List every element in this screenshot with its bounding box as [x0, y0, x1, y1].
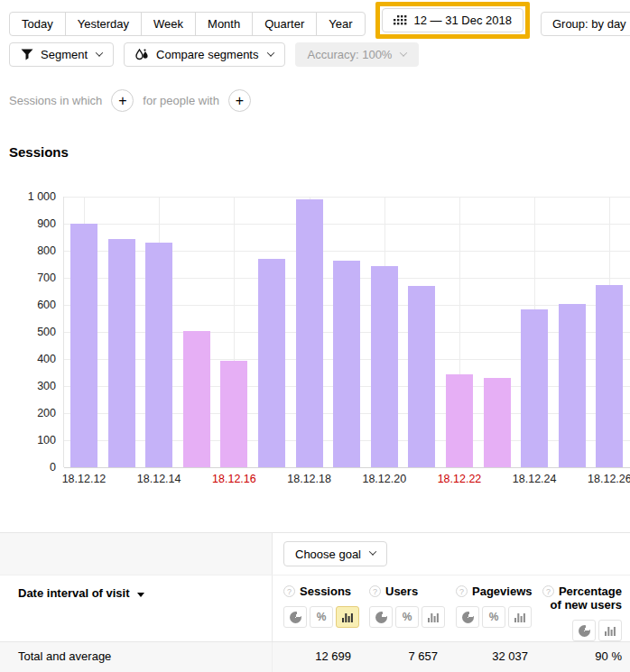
chevron-down-icon	[400, 49, 407, 56]
metric-column-percentage-of-new-users: ?Percentage of new users	[535, 575, 629, 641]
chevron-down-icon	[96, 49, 103, 56]
compare-drops-icon	[135, 49, 149, 61]
period-tab-month[interactable]: Month	[195, 12, 253, 36]
filter-funnel-icon	[21, 49, 33, 60]
help-icon[interactable]: ?	[369, 585, 381, 597]
chart-bar-18.12.17[interactable]	[258, 259, 285, 467]
accuracy-button[interactable]: Accuracy: 100%	[295, 42, 420, 67]
period-tab-group: TodayYesterdayWeekMonthQuarterYear	[9, 12, 366, 36]
chart-bar-18.12.13[interactable]	[108, 239, 135, 468]
chart-bar-18.12.18[interactable]	[296, 199, 323, 467]
total-values: 12 6997 65732 03790 %	[273, 642, 630, 672]
chart-title: Sessions	[9, 144, 69, 160]
toolbar-segments: Segment Compare segments Accuracy: 100%	[9, 42, 419, 67]
metric-view-pie-button[interactable]	[572, 620, 596, 641]
metric-view-percent-button[interactable]: %	[482, 606, 505, 628]
column-header-label: Pageviews	[472, 585, 533, 598]
y-axis-label: 600	[0, 299, 56, 311]
add-session-condition-button[interactable]: +	[111, 89, 134, 112]
date-range-label: 12 — 31 Dec 2018	[414, 14, 512, 27]
metric-view-bar-button[interactable]	[508, 606, 532, 628]
chart-bar-18.12.24[interactable]	[521, 309, 548, 468]
metric-view-pie-button[interactable]	[369, 606, 393, 628]
metric-view-pie-button[interactable]	[456, 606, 479, 628]
sessions-bar-chart: 01002003004005006007008009001 000 18.12.…	[0, 189, 630, 492]
chart-bar-18.12.14[interactable]	[145, 243, 172, 467]
help-icon[interactable]: ?	[283, 585, 295, 597]
metric-view-pie-button[interactable]	[283, 606, 307, 628]
sort-descending-icon	[137, 593, 144, 597]
for-people-with-label: for people with	[143, 94, 219, 107]
period-tab-yesterday[interactable]: Yesterday	[65, 12, 142, 36]
metric-column-users: ?Users%	[358, 575, 445, 641]
chart-bar-18.12.16[interactable]	[220, 361, 247, 468]
metric-view-percent-button[interactable]: %	[395, 606, 419, 628]
group-by-button[interactable]: Group: by day	[541, 12, 630, 36]
gridline	[64, 467, 630, 468]
goal-row-right-cell: Choose goal	[273, 533, 630, 575]
chevron-down-icon	[369, 548, 376, 555]
y-axis-label: 300	[0, 380, 56, 392]
metric-view-bar-button[interactable]	[422, 606, 445, 628]
total-row: Total and average 12 6997 65732 03790 %	[0, 642, 630, 672]
metric-view-bar-button[interactable]	[336, 606, 359, 628]
chart-bar-18.12.12[interactable]	[70, 224, 97, 467]
x-axis-label: 18.12.16	[202, 473, 265, 485]
y-axis-label: 900	[0, 217, 56, 230]
y-axis-label: 0	[0, 461, 56, 474]
percent-icon: %	[489, 611, 499, 623]
help-icon[interactable]: ?	[456, 585, 468, 597]
percent-icon: %	[403, 611, 412, 623]
table-header-row: Date interval of visit ?Sessions%?Users%…	[0, 575, 630, 642]
compare-segments-button[interactable]: Compare segments	[124, 42, 284, 67]
chart-bar-18.12.25[interactable]	[559, 304, 586, 468]
pie-chart-icon	[462, 612, 474, 623]
annotation-highlight: 12 — 31 Dec 2018	[375, 2, 530, 39]
dimension-header-cell[interactable]: Date interval of visit	[0, 575, 273, 641]
group-by-label: Group: by day	[552, 17, 626, 31]
chart-bar-18.12.15[interactable]	[183, 331, 210, 468]
period-tab-week[interactable]: Week	[141, 12, 196, 36]
total-value-users: 7 657	[358, 642, 445, 672]
segment-label: Segment	[41, 48, 88, 61]
date-range-button[interactable]: 12 — 31 Dec 2018	[382, 8, 523, 32]
total-value-pageviews: 32 037	[445, 642, 535, 672]
x-axis-label: 18.12.26	[578, 473, 630, 485]
choose-goal-button[interactable]: Choose goal	[283, 541, 387, 566]
add-user-condition-button[interactable]: +	[228, 89, 251, 112]
column-header-label: Percentage of new users	[551, 585, 622, 612]
x-axis-label: 18.12.24	[503, 473, 566, 485]
total-value-sessions: 12 699	[273, 642, 358, 672]
x-axis-label: 18.12.18	[278, 473, 341, 485]
goal-row: Choose goal	[0, 533, 630, 575]
dimension-header-label: Date interval of visit	[18, 586, 130, 600]
chart-bar-18.12.22[interactable]	[446, 374, 473, 468]
chart-bar-18.12.19[interactable]	[333, 261, 360, 468]
metric-columns: ?Sessions%?Users%?Pageviews%?Percentage …	[273, 575, 630, 641]
pie-chart-icon	[375, 612, 387, 623]
y-axis-label: 100	[0, 434, 56, 446]
segment-button[interactable]: Segment	[9, 42, 114, 67]
period-tab-year[interactable]: Year	[316, 12, 365, 36]
chart-bar-18.12.21[interactable]	[408, 286, 435, 467]
chart-bar-18.12.26[interactable]	[596, 285, 623, 468]
gridline	[64, 197, 630, 198]
chart-bar-18.12.23[interactable]	[484, 378, 511, 467]
chart-bar-18.12.20[interactable]	[371, 266, 398, 468]
y-axis-label: 1 000	[0, 190, 56, 203]
help-icon[interactable]: ?	[542, 585, 554, 597]
metrics-table: Choose goal Date interval of visit ?Sess…	[0, 532, 630, 672]
period-tab-today[interactable]: Today	[9, 12, 66, 36]
metric-view-percent-button[interactable]: %	[310, 606, 333, 628]
yandex-metrica-report: { "toolbar": { "period_tabs": ["Today", …	[0, 0, 630, 672]
y-axis-label: 800	[0, 244, 56, 257]
metric-view-bar-button[interactable]	[598, 620, 622, 641]
bar-chart-icon	[342, 612, 353, 622]
pie-chart-icon	[290, 612, 301, 623]
x-axis-label: 18.12.12	[52, 473, 116, 485]
period-tab-quarter[interactable]: Quarter	[252, 12, 317, 36]
column-header-label: Sessions	[300, 585, 351, 598]
y-axis-label: 200	[0, 407, 56, 419]
x-axis-label: 18.12.14	[127, 473, 190, 485]
toolbar-period: TodayYesterdayWeekMonthQuarterYear 12 — …	[9, 2, 630, 39]
